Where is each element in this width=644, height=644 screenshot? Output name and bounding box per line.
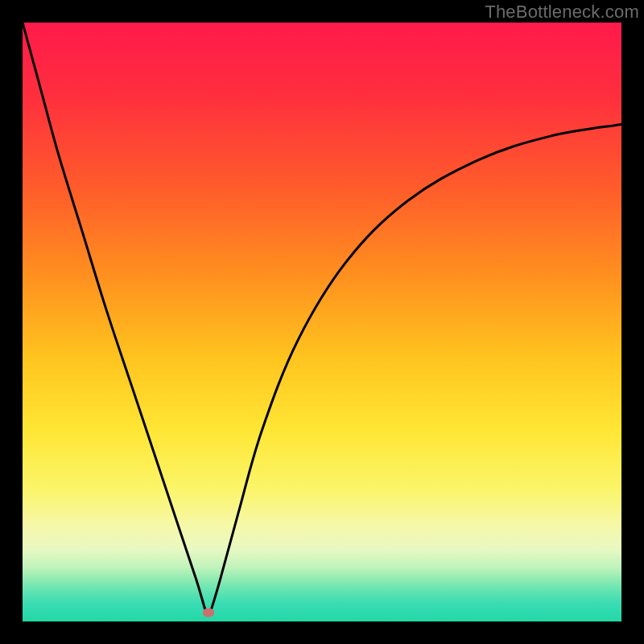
bottleneck-curve [23, 23, 621, 616]
chart-curve-svg [23, 23, 621, 621]
watermark-text: TheBottleneck.com [485, 2, 639, 23]
optimal-point-marker [203, 608, 214, 617]
chart-area [23, 23, 621, 621]
